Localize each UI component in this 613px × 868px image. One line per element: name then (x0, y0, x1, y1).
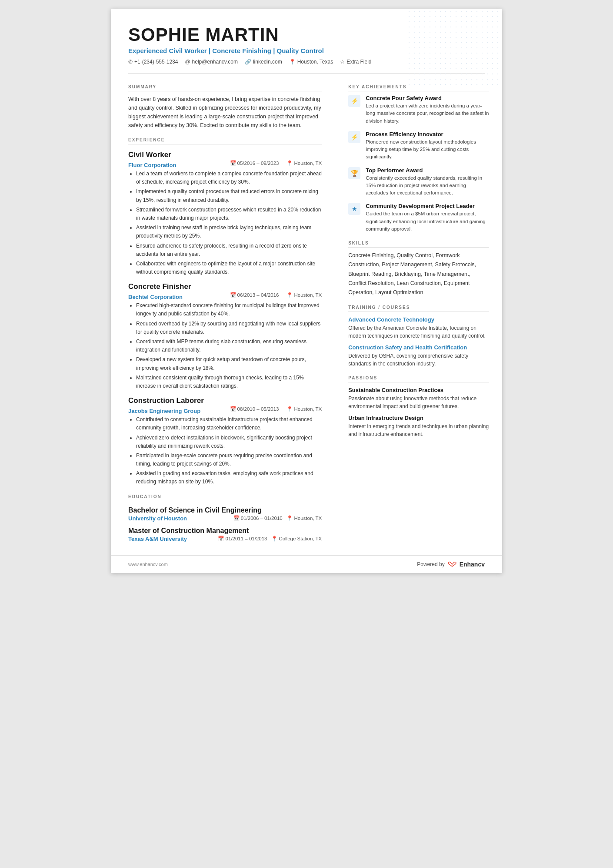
location-icon-edu2: 📍 (271, 536, 277, 541)
calendar-icon-edu2: 📅 (218, 536, 224, 541)
job-3-dates: 📅 08/2010 – 05/2013 (230, 406, 279, 412)
achievement-1-icon: ⚡ (348, 95, 360, 107)
job-2: Concrete Finisher Bechtel Corporation 📅 … (128, 282, 322, 390)
location-icon-3: 📍 (287, 406, 293, 412)
resume-page: SOPHIE MARTIN Experienced Civil Worker |… (111, 9, 502, 573)
job-1-company: Fluor Corporation (128, 162, 177, 168)
education-section-title: EDUCATION (128, 494, 322, 501)
list-item: Achieved zero-defect installations in bl… (136, 434, 322, 450)
powered-by-label: Powered by (417, 561, 444, 567)
degree-1: Bachelor of Science in Civil Engineering… (128, 506, 322, 522)
email-value: help@enhancv.com (192, 59, 238, 65)
achievement-3-icon: 🏆 (348, 167, 360, 179)
phone-item: ✆ +1-(234)-555-1234 (128, 59, 178, 65)
passion-2: Urban Infrastructure Design Interest in … (348, 415, 489, 438)
list-item: Assisted in training new staff in precis… (136, 224, 322, 240)
job-1-dates: 📅 05/2016 – 09/2023 (230, 160, 279, 166)
degree-2-meta: Texas A&M University 📅 01/2011 – 01/2013… (128, 536, 322, 542)
enhancv-heart-icon (447, 561, 457, 567)
job-3-location: 📍 Houston, TX (287, 406, 322, 412)
location-icon-edu1: 📍 (287, 516, 293, 521)
achievement-1: ⚡ Concrete Pour Safety Award Led a proje… (348, 95, 489, 125)
degree-2: Master of Construction Management Texas … (128, 527, 322, 542)
list-item: Assisted in grading and excavation tasks… (136, 469, 322, 486)
achievement-2-title: Process Efficiency Innovator (366, 131, 489, 137)
right-column: KEY ACHIEVEMENTS ⚡ Concrete Pour Safety … (335, 74, 502, 555)
job-1-company-line: Fluor Corporation 📅 05/2016 – 09/2023 📍 … (128, 160, 322, 170)
calendar-icon-3: 📅 (230, 406, 236, 412)
linkedin-icon: 🔗 (245, 59, 251, 65)
calendar-icon-1: 📅 (230, 160, 236, 166)
linkedin-value: linkedin.com (253, 59, 282, 65)
location-value: Houston, Texas (297, 59, 333, 65)
linkedin-item: 🔗 linkedin.com (245, 59, 282, 65)
skills-section-title: SKILLS (348, 241, 489, 248)
job-2-location: 📍 Houston, TX (287, 292, 322, 298)
training-1-title: Advanced Concrete Technology (348, 316, 489, 323)
degree-2-title: Master of Construction Management (128, 527, 322, 535)
job-1: Civil Worker Fluor Corporation 📅 05/2016… (128, 151, 322, 276)
left-column: SUMMARY With over 8 years of hands-on ex… (111, 74, 335, 555)
achievement-3-title: Top Performer Award (366, 167, 489, 174)
achievement-3: 🏆 Top Performer Award Consistently excee… (348, 167, 489, 197)
degree-1-title: Bachelor of Science in Civil Engineering (128, 506, 322, 514)
contact-bar: ✆ +1-(234)-555-1234 @ help@enhancv.com 🔗… (128, 59, 485, 65)
job-3-bullets: Contributed to constructing sustainable … (128, 416, 322, 486)
calendar-icon-edu1: 📅 (233, 516, 240, 521)
passion-1-title: Sustainable Construction Practices (348, 387, 489, 393)
job-1-bullets: Led a team of workers to complete a comp… (128, 170, 322, 276)
list-item: Coordinated with MEP teams during slab c… (136, 338, 322, 354)
job-1-meta: 📅 05/2016 – 09/2023 📍 Houston, TX (230, 160, 322, 166)
passion-2-desc: Interest in emerging trends and techniqu… (348, 422, 489, 438)
list-item: Collaborated with engineers to optimize … (136, 260, 322, 276)
email-icon: @ (185, 59, 190, 65)
footer-brand: Powered by Enhancv (417, 561, 485, 568)
footer-website: www.enhancv.com (128, 562, 168, 567)
location-icon-1: 📍 (287, 160, 293, 166)
training-1-desc: Offered by the American Concrete Institu… (348, 324, 489, 340)
job-2-meta: 📅 06/2013 – 04/2016 📍 Houston, TX (230, 292, 322, 298)
job-2-bullets: Executed high-standard concrete finishin… (128, 302, 322, 390)
achievement-4-content: Community Development Project Leader Gui… (366, 203, 489, 233)
location-icon: 📍 (289, 59, 296, 65)
summary-section-title: SUMMARY (128, 84, 322, 91)
summary-text: With over 8 years of hands-on experience… (128, 95, 322, 130)
passion-1: Sustainable Construction Practices Passi… (348, 387, 489, 410)
extra-value: Extra Field (346, 59, 371, 65)
training-2-desc: Delivered by OSHA, covering comprehensiv… (348, 352, 489, 368)
achievement-2-desc: Pioneered new construction layout method… (366, 138, 489, 161)
achievement-3-desc: Consistently exceeded quality standards,… (366, 174, 489, 197)
job-3-title: Construction Laborer (128, 396, 322, 405)
calendar-icon-2: 📅 (230, 292, 236, 298)
candidate-title: Experienced Civil Worker | Concrete Fini… (128, 47, 485, 54)
job-3-meta: 📅 08/2010 – 05/2013 📍 Houston, TX (230, 406, 322, 412)
location-icon-2: 📍 (287, 292, 293, 298)
job-2-company: Bechtel Corporation (128, 294, 183, 300)
degree-2-school: Texas A&M University (128, 536, 187, 542)
phone-icon: ✆ (128, 59, 133, 65)
candidate-name: SOPHIE MARTIN (128, 24, 485, 45)
degree-1-dates-loc: 📅 01/2006 – 01/2010 📍 Houston, TX (233, 515, 322, 521)
list-item: Maintained consistent quality through th… (136, 374, 322, 390)
list-item: Implemented a quality control procedure … (136, 188, 322, 204)
experience-section-title: EXPERIENCE (128, 137, 322, 144)
degree-2-dates-loc: 📅 01/2011 – 01/2013 📍 College Station, T… (218, 536, 322, 542)
passion-1-desc: Passionate about using innovative method… (348, 395, 489, 410)
achievement-4-title: Community Development Project Leader (366, 203, 489, 209)
job-3-company-line: Jacobs Engineering Group 📅 08/2010 – 05/… (128, 406, 322, 416)
list-item: Executed high-standard concrete finishin… (136, 302, 322, 318)
degree-1-school: University of Houston (128, 515, 187, 522)
list-item: Ensured adherence to safety protocols, r… (136, 242, 322, 258)
extra-icon: ☆ (340, 59, 345, 65)
job-3-company: Jacobs Engineering Group (128, 408, 200, 414)
achievement-1-desc: Led a project team with zero incidents d… (366, 102, 489, 125)
achievement-1-title: Concrete Pour Safety Award (366, 95, 489, 101)
achievement-1-content: Concrete Pour Safety Award Led a project… (366, 95, 489, 125)
list-item: Developed a new system for quick setup a… (136, 355, 322, 372)
passions-section-title: PASSIONS (348, 375, 489, 382)
achievement-3-content: Top Performer Award Consistently exceede… (366, 167, 489, 197)
training-1: Advanced Concrete Technology Offered by … (348, 316, 489, 340)
header-section: SOPHIE MARTIN Experienced Civil Worker |… (111, 9, 502, 74)
list-item: Streamlined formwork construction proces… (136, 206, 322, 222)
achievements-section-title: KEY ACHIEVEMENTS (348, 84, 489, 91)
